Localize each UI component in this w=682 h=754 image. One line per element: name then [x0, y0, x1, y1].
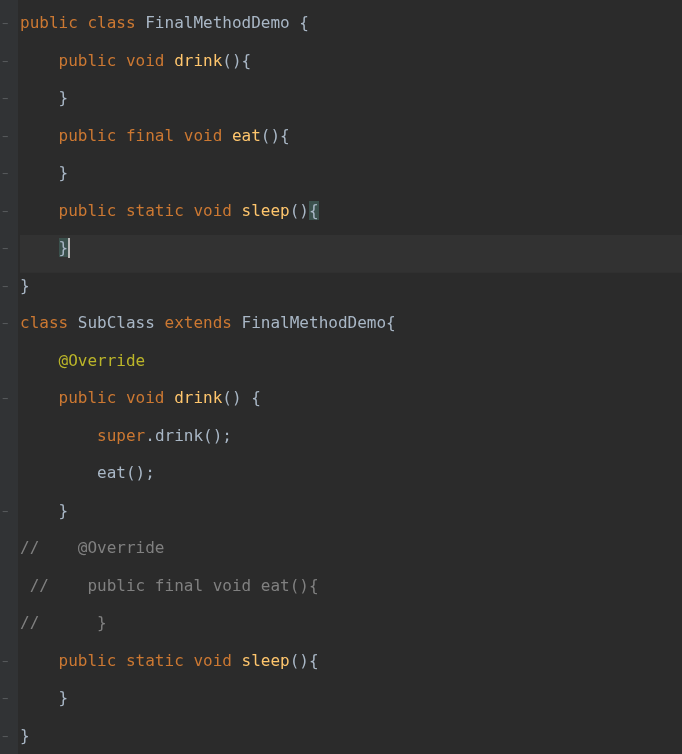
token-brace: } — [20, 726, 30, 745]
code-editor[interactable]: −−−−−−−−−−−−−− public class FinalMethodD… — [0, 0, 682, 754]
token-mth: sleep — [242, 201, 290, 220]
token-brace: } — [59, 88, 69, 107]
code-line[interactable]: } — [20, 85, 682, 123]
token-kw: public static void — [59, 201, 242, 220]
token-brace: } — [59, 688, 69, 707]
token-kw: public class — [20, 13, 145, 32]
unfold-icon[interactable]: − — [2, 695, 14, 703]
text-caret — [68, 238, 70, 258]
token-cls: FinalMethodDemo — [145, 13, 299, 32]
token-annot: @Override — [59, 351, 146, 370]
token-kw: super — [97, 426, 145, 445]
code-line[interactable]: } — [20, 235, 682, 273]
code-line[interactable]: public class FinalMethodDemo { — [20, 10, 682, 48]
token-kw: public void — [59, 388, 175, 407]
unfold-icon[interactable]: − — [2, 245, 14, 253]
fold-icon[interactable]: − — [2, 133, 14, 141]
code-line[interactable]: public static void sleep(){ — [20, 198, 682, 236]
token-brace: { — [299, 13, 309, 32]
code-line[interactable]: } — [20, 160, 682, 198]
code-line[interactable]: public void drink(){ — [20, 48, 682, 86]
token-brace: (){ — [261, 126, 290, 145]
code-line[interactable]: super.drink(); — [20, 423, 682, 461]
unfold-icon[interactable]: − — [2, 170, 14, 178]
token-cls: eat — [97, 463, 126, 482]
code-line[interactable]: @Override — [20, 348, 682, 386]
code-line[interactable]: } — [20, 723, 682, 755]
token-brace-match: } — [59, 238, 69, 257]
code-line[interactable]: // } — [20, 610, 682, 648]
token-brace: . — [145, 426, 155, 445]
token-kw: class — [20, 313, 78, 332]
token-brace: () { — [222, 388, 261, 407]
token-brace: (){ — [290, 651, 319, 670]
fold-icon[interactable]: − — [2, 20, 14, 28]
token-brace: (); — [203, 426, 232, 445]
token-kw: extends — [165, 313, 242, 332]
token-kw: public final void — [59, 126, 232, 145]
token-comment: // } — [20, 613, 107, 632]
token-cls: drink — [155, 426, 203, 445]
code-line[interactable]: eat(); — [20, 460, 682, 498]
fold-icon[interactable]: − — [2, 395, 14, 403]
token-mth: drink — [174, 388, 222, 407]
token-brace: () — [290, 201, 309, 220]
code-line[interactable]: public static void sleep(){ — [20, 648, 682, 686]
code-line[interactable]: } — [20, 273, 682, 311]
token-mth: drink — [174, 51, 222, 70]
token-brace: (){ — [222, 51, 251, 70]
fold-icon[interactable]: − — [2, 658, 14, 666]
code-line[interactable]: } — [20, 498, 682, 536]
fold-icon[interactable]: − — [2, 208, 14, 216]
token-cls: FinalMethodDemo — [242, 313, 387, 332]
code-line[interactable]: class SubClass extends FinalMethodDemo{ — [20, 310, 682, 348]
token-brace: } — [59, 163, 69, 182]
fold-icon[interactable]: − — [2, 58, 14, 66]
fold-icon[interactable]: − — [2, 320, 14, 328]
code-line[interactable]: // @Override — [20, 535, 682, 573]
token-mth: sleep — [242, 651, 290, 670]
code-line[interactable]: } — [20, 685, 682, 723]
token-kw: public static void — [59, 651, 242, 670]
token-comment: // public final void eat(){ — [20, 576, 319, 595]
token-comment: // @Override — [20, 538, 165, 557]
code-area[interactable]: public class FinalMethodDemo { public vo… — [18, 0, 682, 754]
unfold-icon[interactable]: − — [2, 733, 14, 741]
token-brace: (); — [126, 463, 155, 482]
token-cls: SubClass — [78, 313, 165, 332]
unfold-icon[interactable]: − — [2, 508, 14, 516]
token-brace: } — [59, 501, 69, 520]
code-line[interactable]: // public final void eat(){ — [20, 573, 682, 611]
token-brace-match: { — [309, 201, 319, 220]
token-kw: public void — [59, 51, 175, 70]
token-brace: } — [20, 276, 30, 295]
token-mth: eat — [232, 126, 261, 145]
code-line[interactable]: public void drink() { — [20, 385, 682, 423]
unfold-icon[interactable]: − — [2, 283, 14, 291]
editor-gutter[interactable]: −−−−−−−−−−−−−− — [0, 0, 18, 754]
unfold-icon[interactable]: − — [2, 95, 14, 103]
token-brace: { — [386, 313, 396, 332]
code-line[interactable]: public final void eat(){ — [20, 123, 682, 161]
